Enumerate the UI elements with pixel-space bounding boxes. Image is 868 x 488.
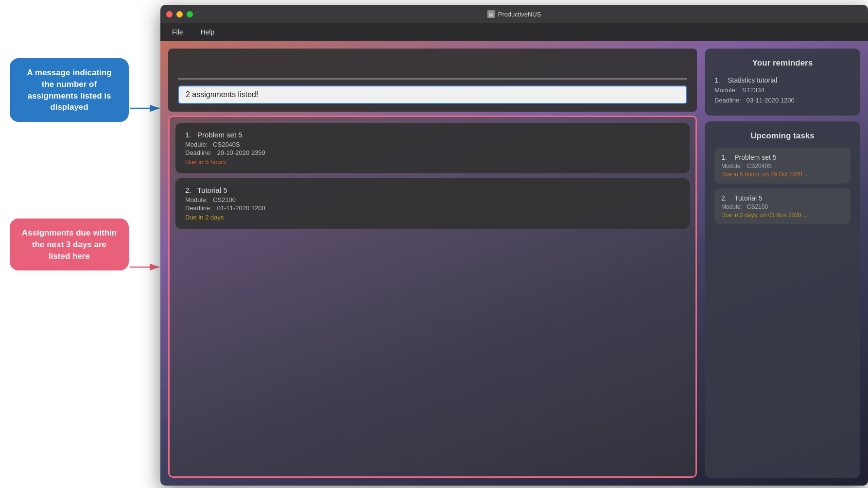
menu-bar: File Help xyxy=(160,23,868,41)
annotation-bubble-pink: Assignments due within the next 3 days a… xyxy=(10,219,129,270)
close-button[interactable] xyxy=(166,11,173,17)
assignment-1-title: 1. Problem set 5 xyxy=(185,131,680,139)
main-content: 2 assignments listed! 1. Problem set 5 M… xyxy=(160,41,868,486)
traffic-lights xyxy=(166,11,193,17)
arrow-pink-icon xyxy=(130,262,164,272)
reminders-box: Your reminders 1. Statistics tutorial Mo… xyxy=(705,49,860,116)
assignment-2-due: Due in 2 days xyxy=(185,214,680,221)
app-icon: ▤ xyxy=(487,10,495,18)
menu-file[interactable]: File xyxy=(168,26,187,38)
upcoming-card-2: 2. Tutorial 5 Module: CS2100 Due in 2 da… xyxy=(714,188,851,224)
assignment-2-deadline: Deadline: 01-11-2020 1200 xyxy=(185,204,680,212)
upcoming-1-title: 1. Problem set 5 xyxy=(721,153,844,161)
upcoming-1-due: Due in 5 hours, on 29 Oct 2020 ... xyxy=(721,171,844,178)
assignment-1-module: Module: CS2040S xyxy=(185,141,680,148)
left-panel: 2 assignments listed! 1. Problem set 5 M… xyxy=(168,49,697,478)
app-window: ▤ ProductiveNUS File Help 2 assignments … xyxy=(160,5,868,486)
reminders-title: Your reminders xyxy=(714,58,851,68)
upcoming-2-due: Due in 2 days, on 01 Nov 2020 ... xyxy=(721,212,844,219)
assignment-card-2: 2. Tutorial 5 Module: CS2100 Deadline: 0… xyxy=(175,178,690,229)
assignment-card-1: 1. Problem set 5 Module: CS2040S Deadlin… xyxy=(175,123,690,173)
arrow-blue-icon xyxy=(130,103,164,113)
minimize-button[interactable] xyxy=(176,11,183,17)
upcoming-1-module: Module: CS2040S xyxy=(721,163,844,169)
title-bar: ▤ ProductiveNUS xyxy=(160,5,868,23)
menu-help[interactable]: Help xyxy=(197,26,219,38)
command-output-box: 2 assignments listed! xyxy=(168,49,697,112)
annotation-blue-text: A message indicating the number of assig… xyxy=(27,68,111,112)
upcoming-card-1: 1. Problem set 5 Module: CS2040S Due in … xyxy=(714,148,851,184)
upcoming-box: Upcoming tasks 1. Problem set 5 Module: … xyxy=(705,121,860,478)
window-title-area: ▤ ProductiveNUS xyxy=(487,10,541,18)
window-title: ProductiveNUS xyxy=(498,11,541,18)
upcoming-2-title: 2. Tutorial 5 xyxy=(721,194,844,202)
upcoming-2-module: Module: CS2100 xyxy=(721,203,844,210)
annotation-bubble-blue: A message indicating the number of assig… xyxy=(10,58,129,122)
assignments-panel: 1. Problem set 5 Module: CS2040S Deadlin… xyxy=(168,116,697,478)
assignment-1-due: Due in 5 hours xyxy=(185,158,680,166)
reminder-item-1: 1. Statistics tutorial Module: ST2334 De… xyxy=(714,75,851,106)
maximize-button[interactable] xyxy=(187,11,193,17)
assignment-2-title: 2. Tutorial 5 xyxy=(185,186,680,194)
assignment-1-deadline: Deadline: 29-10-2020 2359 xyxy=(185,149,680,156)
assignments-count-message: 2 assignments listed! xyxy=(178,85,687,104)
command-input-line xyxy=(178,78,687,80)
right-panel: Your reminders 1. Statistics tutorial Mo… xyxy=(705,49,860,478)
assignment-2-module: Module: CS2100 xyxy=(185,196,680,203)
upcoming-title: Upcoming tasks xyxy=(714,131,851,141)
annotation-pink-text: Assignments due within the next 3 days a… xyxy=(22,228,117,261)
